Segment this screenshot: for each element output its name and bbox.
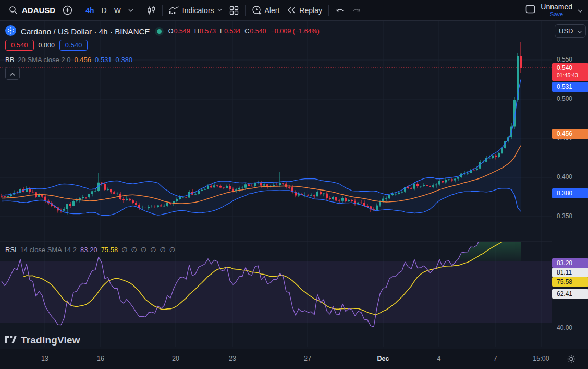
change-value: −0.009 (−1.64%) [271, 28, 320, 35]
axis-tick: 0.550 [557, 56, 572, 63]
bb-lower-price-label: 0.380 [552, 188, 588, 198]
bb-indicator-legend[interactable]: BB 20 SMA close 2 0 0.456 0.531 0.380 [5, 56, 132, 64]
gear-icon[interactable] [567, 354, 576, 365]
time-tick: 20 [172, 355, 179, 362]
layout-name: Unnamed [541, 3, 572, 11]
cardano-logo-icon [5, 25, 16, 38]
tradingview-watermark[interactable]: TradingView [4, 334, 80, 347]
compare-add-button[interactable] [59, 3, 76, 18]
layout-save-cluster: Unnamed Save [525, 3, 583, 17]
time-tick: 7 [494, 355, 497, 362]
rsi-pane [0, 219, 552, 327]
bb-upper-value: 0.531 [95, 56, 112, 64]
toolbar-separator [328, 5, 329, 16]
rsi-indicator-legend[interactable]: RSI 14 close SMA 14 2 83.20 75.58 ∅∅∅∅∅∅ [5, 246, 175, 254]
null-icon: ∅ [160, 246, 165, 254]
bb-label: BB [5, 56, 14, 64]
templates-grid-button[interactable] [226, 3, 242, 18]
redo-button[interactable] [348, 3, 365, 18]
chevron-down-icon[interactable] [578, 5, 583, 15]
time-tick: 15:00 [533, 355, 549, 362]
tradingview-app: ADAUSD 4h D W Indicators [0, 0, 588, 369]
undo-arrow-icon [335, 7, 345, 14]
current-price-label: 0.54001:45:43 [552, 63, 588, 81]
bb-params: 20 SMA close 2 0 [18, 56, 70, 64]
price-axis[interactable]: USD 0.5500.5000.4500.4000.3500.54001:45:… [552, 21, 588, 349]
time-tick: 23 [229, 355, 236, 362]
rsi-null-icons: ∅∅∅∅∅∅ [121, 246, 175, 254]
rsi-ma-label: 75.58 [552, 277, 588, 287]
interval-day-button[interactable]: D [98, 3, 111, 18]
indicators-button[interactable]: Indicators [165, 3, 226, 18]
null-icon: ∅ [121, 246, 127, 254]
spread-value: 0.000 [39, 42, 55, 49]
replay-button[interactable]: Replay [283, 3, 326, 18]
rsi-line-label-upper: 81.11 [552, 268, 588, 277]
rsi-value: 83.20 [80, 246, 97, 254]
rsi-params: 14 close SMA 14 2 [20, 246, 77, 254]
bb-basis-value: 0.456 [75, 56, 92, 64]
time-tick: Dec [377, 355, 389, 362]
null-icon: ∅ [141, 246, 146, 254]
toolbar-separator [162, 5, 163, 16]
null-icon: ∅ [131, 246, 137, 254]
save-layout-button[interactable]: Unnamed Save [541, 3, 572, 17]
chart-canvas[interactable] [0, 21, 552, 349]
ohlc-values: O0.549 H0.573 L0.534 C0.540 −0.009 (−1.6… [168, 28, 320, 35]
symbol-legend-row: Cardano / US Dollar · 4h · BINANCE O0.54… [5, 25, 320, 38]
bid-ask-row: 0.540 0.000 0.540 [5, 40, 88, 51]
market-status-icon[interactable] [157, 29, 162, 34]
chevron-down-icon [578, 27, 582, 35]
time-tick: 27 [304, 355, 311, 362]
top-toolbar: ADAUSD 4h D W Indicators [0, 0, 588, 21]
axis-tick: 40.00 [557, 324, 572, 331]
bb-basis-price-label: 0.456 [552, 129, 588, 139]
rsi-line-label-lower: 62.41 [552, 289, 588, 299]
candlestick-icon [146, 6, 156, 15]
alert-button[interactable]: Alert [248, 3, 284, 18]
interval-4h-button[interactable]: 4h [82, 3, 97, 18]
plus-circle-icon [63, 5, 72, 15]
axis-tick: 0.400 [557, 173, 572, 181]
save-label: Save [550, 11, 563, 18]
pane-collapse-button[interactable] [5, 67, 20, 80]
axis-tick: 0.350 [557, 212, 572, 220]
null-icon: ∅ [169, 246, 175, 254]
layout-icon[interactable] [525, 5, 535, 16]
chevron-down-icon [217, 9, 222, 11]
tradingview-logo-icon [4, 334, 17, 347]
toolbar-separator [79, 5, 79, 16]
rsi-label: RSI [5, 246, 17, 254]
null-icon: ∅ [150, 246, 156, 254]
chart-style-button[interactable] [143, 3, 160, 18]
interval-week-button[interactable]: W [111, 3, 125, 18]
redo-arrow-icon [352, 7, 361, 14]
grid-icon [229, 6, 239, 15]
time-tick: 4 [437, 355, 441, 362]
axis-tick: 0.500 [557, 95, 572, 102]
symbol-search-button[interactable]: ADAUSD [5, 3, 59, 18]
currency-dropdown[interactable]: USD [555, 24, 586, 38]
toolbar-separator [140, 5, 140, 16]
sell-button[interactable]: 0.540 [5, 40, 34, 51]
symbol-title[interactable]: Cardano / US Dollar · 4h · BINANCE [21, 27, 150, 36]
rsi-ma-value: 75.58 [101, 246, 118, 254]
interval-dropdown-button[interactable] [125, 3, 137, 18]
indicators-icon [169, 6, 179, 15]
time-tick: 13 [41, 355, 48, 362]
bb-lower-value: 0.380 [116, 56, 133, 64]
replay-icon [287, 6, 296, 14]
undo-button[interactable] [332, 3, 348, 18]
toolbar-separator [245, 5, 246, 16]
chevron-up-icon [9, 69, 16, 78]
buy-button[interactable]: 0.540 [59, 40, 88, 51]
bb-upper-price-label: 0.531 [552, 82, 588, 92]
search-icon [9, 6, 18, 15]
watermark-text: TradingView [21, 335, 80, 346]
time-axis[interactable]: 1316202327Dec4715:00 [0, 349, 588, 369]
symbol-label: ADAUSD [22, 6, 55, 15]
rsi-value-label: 83.20 [552, 258, 588, 268]
time-tick: 16 [97, 355, 104, 362]
chevron-down-icon [128, 9, 133, 12]
alert-clock-icon [252, 5, 262, 15]
